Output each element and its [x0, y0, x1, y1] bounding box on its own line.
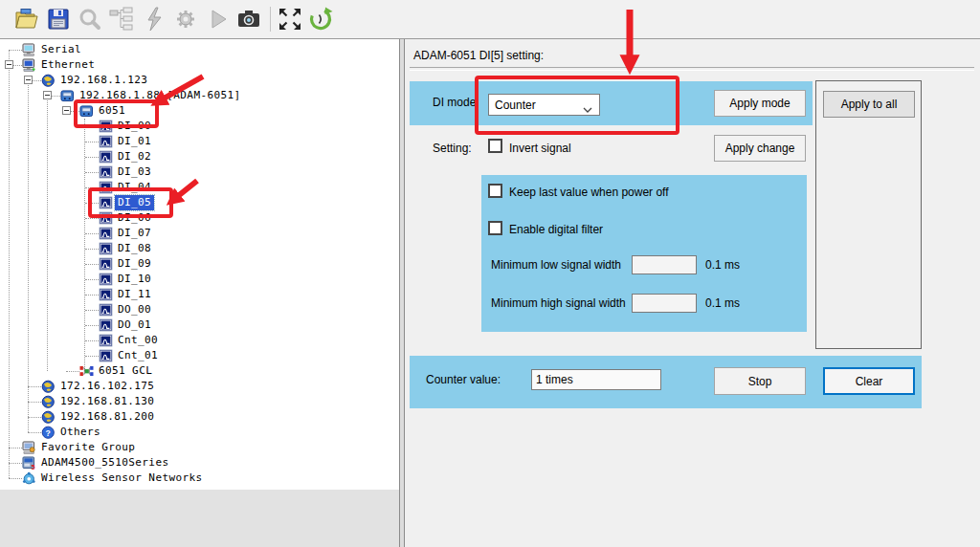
min-low-width-input[interactable] — [632, 255, 697, 274]
keep-last-value-checkbox[interactable] — [488, 184, 502, 198]
tree-item-label[interactable]: DI_04 — [115, 180, 154, 195]
clear-button[interactable]: Clear — [823, 367, 915, 395]
tree-item-label[interactable]: 192.168.81.200 — [57, 409, 157, 425]
apply-change-button[interactable]: Apply change — [714, 135, 806, 162]
tree-item-label[interactable]: DI_10 — [115, 272, 154, 287]
tree-item-di-06[interactable]: DI_06 — [0, 210, 399, 226]
tree-item-label[interactable]: Wireless Sensor Networks — [38, 470, 206, 486]
run-button[interactable] — [203, 5, 232, 33]
tree-item-do-00[interactable]: DO_00 — [0, 302, 399, 317]
tree-item-di-09[interactable]: DI_09 — [0, 256, 399, 272]
tree-item-label[interactable]: 192.168.1.88-[ADAM-6051] — [77, 88, 244, 103]
tree-collapse-toggle[interactable] — [43, 91, 52, 99]
tree-item-label[interactable]: 6051 GCL — [96, 363, 155, 379]
tree-item-label[interactable]: Serial — [38, 42, 84, 57]
save-button[interactable] — [44, 5, 73, 33]
tree-item-label[interactable]: 192.168.1.123 — [57, 73, 150, 88]
open-button[interactable] — [11, 5, 40, 33]
tree-item-192-168-1-123[interactable]: 192.168.1.123 — [0, 73, 399, 88]
tree-item-label[interactable]: DI_08 — [115, 241, 154, 256]
keep-last-value-label[interactable]: Keep last value when power off — [509, 186, 669, 199]
settings-button[interactable] — [171, 5, 200, 33]
tree-item-di-10[interactable]: DI_10 — [0, 272, 399, 287]
tree-item-label[interactable]: DI_09 — [115, 256, 154, 272]
tree-item-di-11[interactable]: DI_11 — [0, 287, 399, 302]
tree-item-label[interactable]: DI_06 — [115, 210, 154, 226]
globe-icon — [41, 395, 56, 408]
tree-item-label[interactable]: DO_01 — [115, 317, 154, 333]
tree-item-label[interactable]: DI_02 — [115, 149, 154, 164]
lightning-icon — [141, 6, 167, 33]
channel-icon — [99, 242, 113, 255]
tree-item-label[interactable]: Cnt_01 — [115, 348, 161, 363]
tree-item-label[interactable]: DI_05 — [115, 195, 154, 210]
tree-item-others[interactable]: ?Others — [0, 425, 399, 440]
tree-item-label[interactable]: 172.16.102.175 — [57, 379, 157, 394]
tree-item-6051-gcl[interactable]: 6051 GCL — [0, 363, 399, 379]
tree-item-label[interactable]: Ethernet — [38, 57, 98, 73]
counter-value-input[interactable] — [531, 369, 661, 390]
tree-item-di-00[interactable]: DI_00 — [0, 119, 399, 134]
tree-item-ethernet[interactable]: Ethernet — [0, 57, 399, 73]
device-icon — [79, 104, 94, 118]
tree-item-6051[interactable]: 6051 — [0, 103, 399, 119]
enable-digital-filter-checkbox[interactable] — [488, 221, 502, 235]
tree-item-label[interactable]: Others — [57, 425, 103, 440]
tree-item-label[interactable]: Favorite Group — [38, 440, 138, 455]
tree-item-label[interactable]: DI_00 — [115, 119, 154, 134]
tree-item-di-01[interactable]: DI_01 — [0, 134, 399, 149]
tree-collapse-toggle[interactable] — [5, 60, 13, 69]
di-mode-label: DI mode: — [433, 96, 479, 109]
tree-item-192-168-81-130[interactable]: 192.168.81.130 — [0, 394, 399, 409]
tree-item-serial[interactable]: Serial — [0, 42, 399, 57]
tree-connector — [85, 218, 99, 219]
tree-item-di-07[interactable]: DI_07 — [0, 226, 399, 241]
snapshot-button[interactable] — [234, 5, 263, 33]
refresh-button[interactable] — [306, 5, 335, 33]
apply-mode-button[interactable]: Apply mode — [714, 90, 806, 117]
tree-item-cnt-01[interactable]: Cnt_01 — [0, 348, 399, 363]
tree-item-di-03[interactable]: DI_03 — [0, 164, 399, 180]
tree-collapse-toggle[interactable] — [62, 106, 71, 115]
di-mode-dropdown[interactable]: Counter — [488, 94, 600, 116]
tree-item-label[interactable]: DI_11 — [115, 287, 154, 302]
tree-item-label[interactable]: DI_01 — [115, 134, 154, 149]
quick-connect-button[interactable] — [140, 5, 168, 33]
tree-item-label[interactable]: Cnt_00 — [115, 333, 161, 348]
device-tree: SerialEthernet192.168.1.123192.168.1.88-… — [0, 39, 399, 490]
tree-item-label[interactable]: DI_03 — [115, 164, 154, 180]
device-icon — [60, 89, 75, 102]
tree-item-di-02[interactable]: DI_02 — [0, 149, 399, 164]
tree-item-di-08[interactable]: DI_08 — [0, 241, 399, 256]
tree-item-192-168-1-88-adam-6051-[interactable]: 192.168.1.88-[ADAM-6051] — [0, 88, 399, 103]
invert-signal-checkbox[interactable] — [488, 139, 502, 153]
tree-item-172-16-102-175[interactable]: 172.16.102.175 — [0, 379, 399, 394]
panel-splitter[interactable] — [399, 39, 405, 547]
tree-connector — [28, 402, 41, 403]
stop-button[interactable]: Stop — [714, 367, 806, 395]
tree-item-wireless-sensor-networks[interactable]: Wireless Sensor Networks — [0, 470, 399, 486]
tree-item-do-01[interactable]: DO_01 — [0, 317, 399, 333]
tree-item-adam4500-5510series[interactable]: 5ADAM4500_5510Series — [0, 455, 399, 470]
tree-item-label[interactable]: DO_00 — [115, 302, 154, 317]
search-button[interactable] — [76, 5, 104, 33]
min-high-width-input[interactable] — [632, 294, 697, 313]
invert-signal-label[interactable]: Invert signal — [509, 142, 571, 155]
enable-digital-filter-label[interactable]: Enable digital filter — [509, 223, 603, 236]
fullscreen-button[interactable] — [276, 5, 304, 33]
tree-item-di-04[interactable]: DI_04 — [0, 180, 399, 195]
tree-item-label[interactable]: 192.168.81.130 — [57, 394, 157, 409]
tree-item-cnt-00[interactable]: Cnt_00 — [0, 333, 399, 348]
tree-item-di-05[interactable]: DI_05 — [0, 195, 399, 210]
tree-item-label[interactable]: 6051 — [96, 103, 128, 119]
tree-item-label[interactable]: DI_07 — [115, 226, 154, 241]
tree-item-label[interactable]: ADAM4500_5510Series — [38, 455, 171, 470]
tree-item-favorite-group[interactable]: Favorite Group — [0, 440, 399, 455]
apply-to-all-button[interactable]: Apply to all — [823, 91, 915, 118]
tree-item-192-168-81-200[interactable]: 192.168.81.200 — [0, 409, 399, 425]
min-low-width-unit: 0.1 ms — [705, 258, 740, 272]
topology-button[interactable] — [107, 5, 136, 33]
tree-collapse-toggle[interactable] — [24, 76, 33, 84]
tree-connector — [85, 172, 99, 173]
channel-icon — [99, 196, 113, 209]
